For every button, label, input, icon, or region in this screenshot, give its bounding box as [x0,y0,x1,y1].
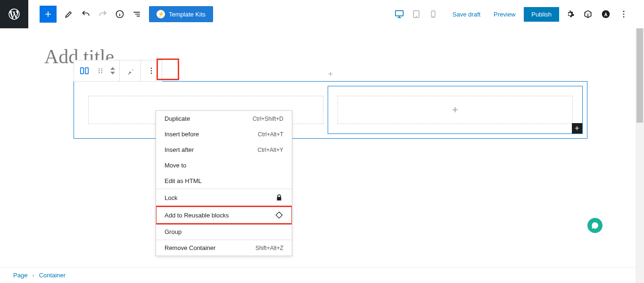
lock-icon [275,193,283,202]
menu-move-to[interactable]: Move to [156,158,292,173]
block-toolbar [74,60,162,82]
template-kits-button[interactable]: ⚡ Template Kits [149,6,213,22]
block-type-icon[interactable] [78,64,91,77]
reusable-icon [275,211,283,219]
svg-point-5 [433,16,433,17]
svg-point-20 [151,73,152,74]
plus-icon[interactable]: + [452,104,458,116]
menu-group[interactable]: Group [156,224,292,240]
chat-bubble-icon[interactable] [587,218,603,233]
settings-icon[interactable] [563,6,577,23]
block-options-icon[interactable] [145,64,158,77]
block-options-menu: Duplicate Ctrl+Shift+D Insert before Ctr… [156,110,292,256]
container-block[interactable]: + + + [74,81,587,139]
template-kits-label: Template Kits [169,11,206,18]
bolt-icon: ⚡ [157,10,165,18]
tablet-icon[interactable] [409,7,423,21]
more-options-icon[interactable] [617,6,631,23]
menu-remove[interactable]: Remove Container Shift+Alt+Z [156,240,292,256]
preview-button[interactable]: Preview [489,8,520,21]
scrollbar-thumb[interactable] [636,28,643,123]
menu-lock[interactable]: Lock [156,189,292,206]
svg-rect-1 [396,11,404,16]
plugin-icon[interactable] [581,6,595,23]
menu-shortcut: Ctrl+Alt+Y [257,147,283,153]
list-view-icon[interactable] [128,6,145,23]
svg-point-3 [416,17,416,17]
menu-label: Duplicate [165,115,190,122]
editor-canvas: Add title [28,28,633,267]
menu-label: Edit as HTML [165,177,202,184]
svg-point-18 [151,68,152,69]
undo-icon[interactable] [77,6,94,23]
chevron-right-icon: › [32,272,34,279]
menu-label: Group [165,228,182,235]
breadcrumb: Page › Container [0,267,644,283]
svg-point-14 [99,70,99,71]
menu-duplicate[interactable]: Duplicate Ctrl+Shift+D [156,111,292,126]
svg-point-17 [101,72,102,73]
svg-point-9 [623,17,625,18]
svg-rect-11 [85,68,88,74]
svg-point-12 [99,68,99,69]
astra-icon[interactable] [599,6,613,23]
menu-shortcut: Ctrl+Shift+D [253,116,283,122]
scrollbar[interactable] [636,28,644,283]
menu-label: Remove Container [165,244,215,251]
svg-point-15 [101,70,102,71]
save-draft-button[interactable]: Save draft [448,8,485,21]
redo-icon[interactable] [94,6,111,23]
menu-label: Lock [165,194,177,201]
add-block-button[interactable] [40,6,57,23]
info-icon[interactable] [111,6,128,23]
top-toolbar: ⚡ Template Kits Save draft Preview Publi… [0,0,644,28]
mobile-icon[interactable] [426,7,440,21]
svg-point-8 [623,14,625,15]
menu-add-reusable[interactable]: Add to Reusable blocks [156,207,292,224]
wordpress-logo[interactable] [0,0,28,28]
edit-icon[interactable] [60,6,77,23]
menu-insert-before[interactable]: Insert before Ctrl+Alt+T [156,126,292,142]
svg-point-7 [623,11,625,12]
svg-point-13 [101,68,102,69]
svg-rect-10 [81,68,83,74]
desktop-icon[interactable] [392,7,406,21]
menu-edit-html[interactable]: Edit as HTML [156,173,292,189]
publish-button[interactable]: Publish [524,7,559,22]
drag-handle-icon[interactable] [94,64,107,77]
crumb-root[interactable]: Page [13,272,27,279]
menu-label: Add to Reusable blocks [165,212,229,219]
crumb-current[interactable]: Container [39,272,66,279]
menu-insert-after[interactable]: Insert after Ctrl+Alt+Y [156,142,292,158]
menu-shortcut: Shift+Alt+Z [256,245,283,251]
move-arrows[interactable] [110,67,116,75]
svg-point-16 [99,72,99,73]
add-above-icon[interactable]: + [328,69,333,79]
menu-label: Insert after [165,146,194,153]
add-inside-button[interactable]: + [572,123,582,133]
pin-icon[interactable] [124,64,137,77]
column-right[interactable]: + + [338,96,573,124]
menu-label: Move to [165,162,186,169]
svg-point-19 [151,70,152,71]
menu-shortcut: Ctrl+Alt+T [258,131,283,138]
menu-label: Insert before [165,131,199,138]
